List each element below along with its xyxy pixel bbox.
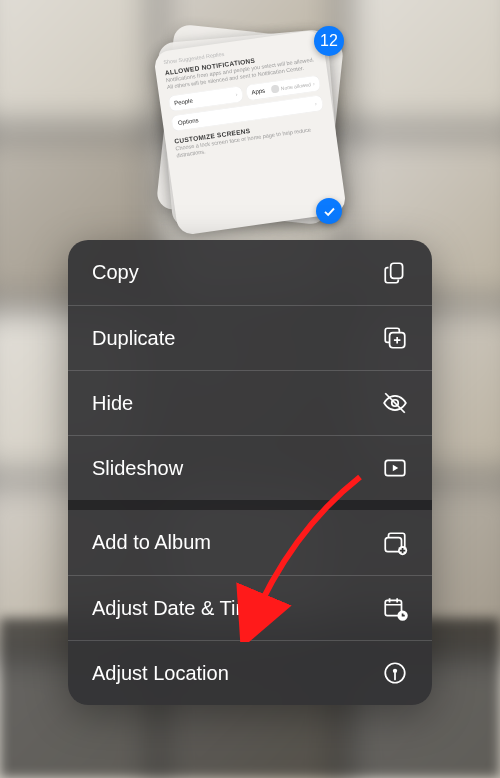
eye-slash-icon xyxy=(382,390,408,416)
selection-count-badge: 12 xyxy=(314,26,344,56)
context-menu: Copy Duplicate Hide Slideshow Add to Alb… xyxy=(68,240,432,705)
copy-icon xyxy=(382,260,408,286)
menu-adjust-date-time[interactable]: Adjust Date & Time xyxy=(68,575,432,640)
location-pin-icon xyxy=(382,660,408,686)
menu-adjust-location[interactable]: Adjust Location xyxy=(68,640,432,705)
menu-copy-label: Copy xyxy=(92,261,139,284)
calendar-clock-icon xyxy=(382,595,408,621)
menu-slideshow-label: Slideshow xyxy=(92,457,183,480)
menu-separator xyxy=(68,500,432,510)
menu-slideshow[interactable]: Slideshow xyxy=(68,435,432,500)
menu-hide-label: Hide xyxy=(92,392,133,415)
album-plus-icon xyxy=(382,530,408,556)
menu-add-to-album-label: Add to Album xyxy=(92,531,211,554)
svg-rect-0 xyxy=(391,263,403,278)
selection-preview-stack[interactable]: Show Suggested Replies ALLOWED NOTIFICAT… xyxy=(150,20,350,220)
menu-copy[interactable]: Copy xyxy=(68,240,432,305)
menu-adjust-location-label: Adjust Location xyxy=(92,662,229,685)
menu-add-to-album[interactable]: Add to Album xyxy=(68,510,432,575)
svg-marker-7 xyxy=(393,465,398,472)
selection-check-badge xyxy=(316,198,342,224)
menu-duplicate-label: Duplicate xyxy=(92,327,175,350)
play-rect-icon xyxy=(382,455,408,481)
duplicate-icon xyxy=(382,325,408,351)
menu-hide[interactable]: Hide xyxy=(68,370,432,435)
menu-duplicate[interactable]: Duplicate xyxy=(68,305,432,370)
menu-adjust-date-time-label: Adjust Date & Time xyxy=(92,597,263,620)
